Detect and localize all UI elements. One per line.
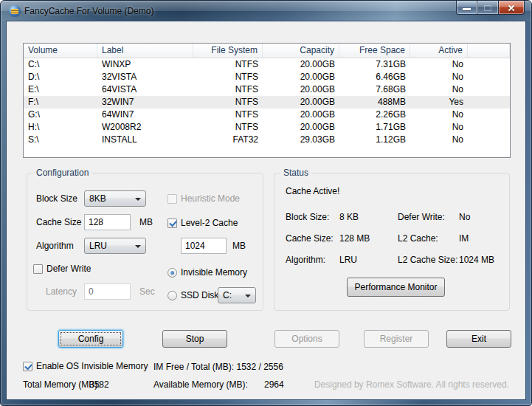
header-active[interactable]: Active bbox=[410, 44, 468, 58]
close-icon bbox=[507, 4, 516, 13]
ssd-disk-label: SSD Disk bbox=[181, 290, 218, 300]
invisible-memory-radio-row[interactable]: Invisible Memory bbox=[167, 267, 247, 278]
performance-monitor-button[interactable]: Performance Monitor bbox=[347, 278, 445, 297]
close-button[interactable] bbox=[498, 1, 525, 15]
minimize-button[interactable] bbox=[456, 1, 477, 15]
options-button: Options bbox=[274, 330, 339, 348]
window-controls bbox=[456, 1, 525, 15]
copyright-text: Designed by Romex Software. All rights r… bbox=[314, 379, 509, 390]
status-algorithm-label: Algorithm: bbox=[286, 255, 325, 265]
table-cell: 20.00GB bbox=[263, 121, 339, 134]
header-label[interactable]: Label bbox=[97, 44, 193, 58]
table-cell: 7.31GB bbox=[339, 58, 410, 71]
table-cell: G:\ bbox=[24, 109, 97, 121]
invisible-memory-label: Invisible Memory bbox=[181, 267, 247, 278]
table-cell: 7.68GB bbox=[339, 83, 410, 96]
app-window: FancyCache For Volume (Demo) Volume Labe… bbox=[0, 0, 532, 406]
table-cell: No bbox=[410, 83, 468, 96]
table-cell: D:\ bbox=[24, 71, 97, 83]
exit-button[interactable]: Exit bbox=[446, 330, 511, 348]
table-cell: NTFS bbox=[193, 109, 263, 121]
ssd-disk-radio-row[interactable]: SSD Disk bbox=[167, 290, 218, 300]
block-size-label: Block Size bbox=[36, 190, 77, 207]
table-row[interactable]: C:\WINXPNTFS20.00GB7.31GBNo bbox=[24, 58, 510, 71]
table-row[interactable]: F:\32WIN7NTFS20.00GB488MBYes bbox=[24, 96, 510, 109]
status-group: Status Cache Active! Block Size: 8 KB De… bbox=[274, 173, 510, 311]
chevron-down-icon bbox=[135, 245, 141, 248]
l2-cache-size-unit: MB bbox=[232, 238, 246, 254]
volume-table-header: Volume Label File System Capacity Free S… bbox=[24, 44, 510, 58]
table-cell: F:\ bbox=[24, 96, 97, 109]
im-free-total-value: 1532 / 2556 bbox=[236, 362, 283, 372]
im-free-total: IM Free / Total (MB): 1532 / 2556 bbox=[153, 362, 283, 372]
table-cell: NTFS bbox=[193, 83, 263, 96]
config-button[interactable]: Config bbox=[58, 330, 123, 348]
table-cell: No bbox=[410, 109, 468, 121]
stop-button[interactable]: Stop bbox=[162, 330, 227, 348]
level2-cache-label: Level-2 Cache bbox=[181, 218, 238, 228]
table-row[interactable]: G:\64WIN7NTFS20.00GB2.26GBNo bbox=[24, 109, 510, 121]
table-row[interactable]: H:\W2008R2NTFS20.00GB1.71GBNo bbox=[24, 121, 510, 134]
block-size-dropdown[interactable]: 8KB bbox=[84, 190, 146, 207]
table-cell: C:\ bbox=[24, 58, 97, 71]
table-cell: 6.46GB bbox=[339, 71, 410, 83]
heuristic-mode-checkbox-row[interactable]: Heuristic Mode bbox=[167, 193, 240, 204]
invisible-memory-radio[interactable] bbox=[167, 268, 177, 278]
defer-write-label: Defer Write bbox=[46, 264, 91, 274]
maximize-button[interactable] bbox=[477, 1, 498, 15]
table-cell: NTFS bbox=[193, 96, 263, 109]
table-cell: FAT32 bbox=[193, 134, 263, 146]
table-cell: 20.00GB bbox=[263, 83, 339, 96]
latency-input: 0 bbox=[84, 283, 131, 300]
cache-size-input[interactable]: 128 bbox=[84, 214, 131, 230]
status-block-size-value: 8 KB bbox=[339, 212, 359, 222]
header-file-system[interactable]: File System bbox=[193, 44, 263, 58]
table-cell: 488MB bbox=[339, 96, 410, 109]
table-row[interactable]: D:\32VISTANTFS20.00GB6.46GBNo bbox=[24, 71, 510, 83]
block-size-value: 8KB bbox=[89, 193, 106, 204]
status-block-size-label: Block Size: bbox=[286, 212, 329, 222]
table-row[interactable]: S:\INSTALLFAT3229.03GB1.12GBNo bbox=[24, 134, 510, 146]
ssd-disk-radio[interactable] bbox=[167, 291, 177, 300]
table-cell-filler bbox=[468, 134, 510, 146]
minimize-icon bbox=[463, 8, 471, 10]
algorithm-dropdown[interactable]: LRU bbox=[84, 238, 146, 254]
table-cell: No bbox=[410, 121, 468, 134]
table-cell: NTFS bbox=[193, 71, 263, 83]
header-free-space[interactable]: Free Space bbox=[339, 44, 410, 58]
table-cell: WINXP bbox=[97, 58, 193, 71]
level2-cache-checkbox[interactable] bbox=[167, 219, 177, 228]
ssd-disk-value: C: bbox=[223, 290, 232, 300]
table-cell: NTFS bbox=[193, 121, 263, 134]
table-cell: INSTALL bbox=[97, 134, 193, 146]
table-cell-filler bbox=[468, 96, 510, 109]
total-memory-value: 3582 bbox=[89, 379, 109, 390]
heuristic-mode-checkbox[interactable] bbox=[167, 194, 177, 204]
app-icon bbox=[9, 5, 21, 17]
enable-os-invisible-memory-checkbox[interactable] bbox=[23, 362, 32, 371]
volume-table: Volume Label File System Capacity Free S… bbox=[23, 43, 511, 158]
l2-cache-size-input[interactable]: 1024 bbox=[181, 238, 227, 254]
table-cell: 29.03GB bbox=[263, 134, 339, 146]
latency-label: Latency bbox=[46, 283, 77, 300]
header-filler bbox=[468, 44, 510, 58]
ssd-disk-dropdown[interactable]: C: bbox=[218, 287, 256, 303]
defer-write-checkbox[interactable] bbox=[33, 264, 43, 274]
defer-write-checkbox-row[interactable]: Defer Write bbox=[33, 264, 91, 274]
level2-cache-checkbox-row[interactable]: Level-2 Cache bbox=[167, 218, 238, 228]
header-volume[interactable]: Volume bbox=[24, 44, 97, 58]
status-l2-cache-value: IM bbox=[459, 233, 469, 244]
table-cell: 20.00GB bbox=[263, 96, 339, 109]
table-cell: No bbox=[410, 58, 468, 71]
available-memory-value: 2964 bbox=[264, 379, 284, 390]
table-cell: No bbox=[410, 134, 468, 146]
table-cell: No bbox=[410, 71, 468, 83]
table-cell: S:\ bbox=[24, 134, 97, 146]
algorithm-label: Algorithm bbox=[36, 238, 74, 254]
table-cell-filler bbox=[468, 121, 510, 134]
enable-os-invisible-memory-row[interactable]: Enable OS Invisible Memory bbox=[23, 361, 148, 371]
header-capacity[interactable]: Capacity bbox=[263, 44, 339, 58]
table-row[interactable]: E:\64VISTANTFS20.00GB7.68GBNo bbox=[24, 83, 510, 96]
heuristic-mode-label: Heuristic Mode bbox=[181, 193, 240, 204]
latency-unit: Sec bbox=[139, 283, 155, 300]
